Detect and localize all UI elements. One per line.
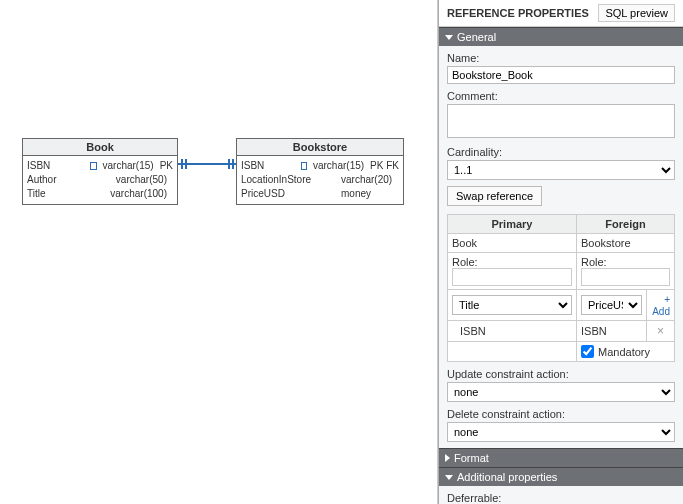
cardinality-select[interactable]: 1..1 xyxy=(447,160,675,180)
table-row: ISBN ISBN × xyxy=(448,321,675,342)
column-name: LocationInStore xyxy=(241,173,319,187)
update-action-label: Update constraint action: xyxy=(447,368,675,380)
column-name: Author xyxy=(27,173,95,187)
foreign-role-input[interactable] xyxy=(581,268,670,286)
cardinality-tick xyxy=(185,159,187,169)
column-row[interactable]: ISBNvarchar(15)PK FK xyxy=(241,159,399,173)
key-icon xyxy=(301,162,307,170)
reference-mapping-table: Primary Foreign Book Bookstore Role: R xyxy=(447,214,675,362)
column-type: varchar(20) xyxy=(341,173,393,187)
table-row: Role: Role: xyxy=(448,253,675,290)
mandatory-checkbox-label[interactable]: Mandatory xyxy=(581,345,670,358)
cardinality-tick xyxy=(228,159,230,169)
section-title: Additional properties xyxy=(457,471,557,483)
column-name: PriceUSD xyxy=(241,187,319,201)
column-row[interactable]: PriceUSDmoney xyxy=(241,187,399,201)
mandatory-checkbox[interactable] xyxy=(581,345,594,358)
cardinality-label: Cardinality: xyxy=(447,146,675,158)
sql-preview-button[interactable]: SQL preview xyxy=(598,4,675,22)
role-label: Role: xyxy=(581,256,670,268)
column-keys: PK FK xyxy=(370,159,399,173)
table-row: Title PriceUSD + Add xyxy=(448,290,675,321)
table-row: Book Bookstore xyxy=(448,234,675,253)
column-row[interactable]: Authorvarchar(50) xyxy=(27,173,173,187)
section-title: Format xyxy=(454,452,489,464)
section-header-general[interactable]: General xyxy=(439,27,683,46)
primary-entity: Book xyxy=(448,234,577,253)
swap-reference-button[interactable]: Swap reference xyxy=(447,186,542,206)
section-header-format[interactable]: Format xyxy=(439,448,683,467)
primary-key-column: ISBN xyxy=(448,321,577,342)
column-row[interactable]: LocationInStorevarchar(20) xyxy=(241,173,399,187)
column-type: varchar(15) xyxy=(313,159,364,173)
chevron-down-icon xyxy=(445,35,453,40)
column-type: varchar(50) xyxy=(116,173,167,187)
diagram-canvas[interactable]: BookISBNvarchar(15)PKAuthorvarchar(50)Ti… xyxy=(0,0,438,504)
column-type: money xyxy=(341,187,393,201)
foreign-column-select[interactable]: PriceUSD xyxy=(581,295,642,315)
entity-book[interactable]: BookISBNvarchar(15)PKAuthorvarchar(50)Ti… xyxy=(22,138,178,205)
column-name: ISBN xyxy=(27,159,84,173)
chevron-down-icon xyxy=(445,475,453,480)
primary-role-input[interactable] xyxy=(452,268,572,286)
section-header-additional[interactable]: Additional properties xyxy=(439,467,683,486)
delete-action-select[interactable]: none xyxy=(447,422,675,442)
deferrable-label: Deferrable: xyxy=(447,492,675,504)
column-type: varchar(15) xyxy=(103,159,154,173)
column-name: Title xyxy=(27,187,90,201)
role-label: Role: xyxy=(452,256,572,268)
name-input[interactable] xyxy=(447,66,675,84)
cardinality-tick xyxy=(181,159,183,169)
remove-mapping-icon[interactable]: × xyxy=(655,324,667,338)
chevron-right-icon xyxy=(445,454,450,462)
foreign-key-column: ISBN xyxy=(577,321,647,342)
primary-header: Primary xyxy=(448,215,577,234)
foreign-header: Foreign xyxy=(577,215,675,234)
foreign-entity: Bookstore xyxy=(577,234,675,253)
properties-panel: REFERENCE PROPERTIES SQL preview General… xyxy=(438,0,683,504)
properties-scroll[interactable]: General Name: Comment: Cardinality: 1..1… xyxy=(439,27,683,504)
add-mapping-link[interactable]: + Add xyxy=(652,294,670,317)
primary-column-select[interactable]: Title xyxy=(452,295,572,315)
cardinality-tick xyxy=(232,159,234,169)
delete-action-label: Delete constraint action: xyxy=(447,408,675,420)
comment-textarea[interactable] xyxy=(447,104,675,138)
comment-label: Comment: xyxy=(447,90,675,102)
column-keys: PK xyxy=(160,159,173,173)
update-action-select[interactable]: none xyxy=(447,382,675,402)
table-row: Mandatory xyxy=(448,342,675,362)
column-name: ISBN xyxy=(241,159,295,173)
column-row[interactable]: ISBNvarchar(15)PK xyxy=(27,159,173,173)
key-icon xyxy=(90,162,96,170)
section-title: General xyxy=(457,31,496,43)
column-type: varchar(100) xyxy=(110,187,167,201)
entity-bookstore[interactable]: BookstoreISBNvarchar(15)PK FKLocationInS… xyxy=(236,138,404,205)
entity-title: Book xyxy=(23,139,177,156)
entity-title: Bookstore xyxy=(237,139,403,156)
column-row[interactable]: Titlevarchar(100) xyxy=(27,187,173,201)
name-label: Name: xyxy=(447,52,675,64)
panel-title: REFERENCE PROPERTIES xyxy=(447,7,589,19)
